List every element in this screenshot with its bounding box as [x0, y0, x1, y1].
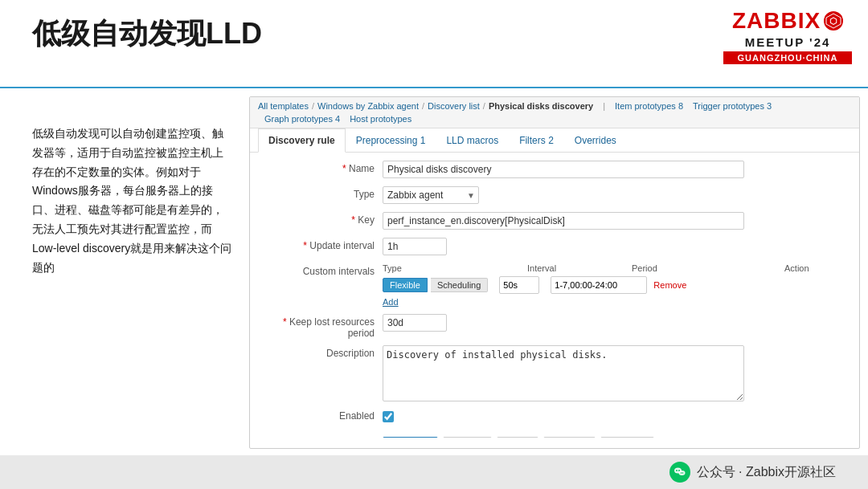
svg-point-7 — [682, 472, 683, 474]
zabbix-text: ZABBIX — [732, 8, 821, 34]
tab-filters[interactable]: Filters 2 — [509, 128, 564, 153]
breadcrumb-windows-agent[interactable]: Windows by Zabbix agent — [317, 101, 419, 111]
form-row-key: * Key — [262, 212, 847, 231]
description-label: Description — [262, 345, 383, 359]
tab-nav: Discovery rule Preprocessing 1 LLD macro… — [250, 128, 859, 153]
form-row-type: Type Zabbix agent ▼ — [262, 186, 847, 206]
action-buttons: Update Clone Test Delete Cancel — [383, 437, 847, 438]
form-row-keep-lost: * Keep lost resources period — [262, 314, 847, 339]
enabled-label: Enabled — [262, 408, 383, 422]
ci-action-header: Action — [784, 263, 825, 273]
title-divider — [0, 87, 868, 88]
breadcrumb-graph-prototypes[interactable]: Graph prototypes 4 — [264, 114, 340, 124]
logo-area: ZABBIX ⬡ MEETUP '24 GUANGZHOU·CHINA — [723, 8, 852, 64]
breadcrumb-host-prototypes[interactable]: Host prototypes — [350, 114, 411, 124]
slide: 低级自动发现LLD ZABBIX ⬡ MEETUP '24 GUANGZHOU·… — [0, 0, 868, 489]
type-select-wrap: Zabbix agent ▼ — [383, 186, 479, 204]
ci-add-link[interactable]: Add — [383, 297, 399, 307]
tab-discovery-rule[interactable]: Discovery rule — [258, 128, 346, 153]
form-area: * Name Type Zabbix agent ▼ * Key — [250, 153, 859, 438]
breadcrumb-item-prototypes[interactable]: Item prototypes 8 — [615, 101, 683, 111]
keep-lost-label: * Keep lost resources period — [262, 314, 383, 339]
form-row-name: * Name — [262, 161, 847, 180]
description-textarea[interactable]: Discovery of installed physical disks. — [383, 345, 744, 401]
form-row-custom-intervals: Custom intervals Type Interval Period Ac… — [262, 263, 847, 308]
keep-lost-input[interactable] — [383, 314, 447, 332]
svg-point-6 — [680, 472, 682, 474]
zabbix-logo: ZABBIX ⬡ — [723, 8, 852, 34]
ci-interval-input[interactable] — [499, 276, 539, 294]
ci-row-1: Flexible Scheduling Remove — [383, 276, 847, 294]
watermark-text: 公众号 · Zabbix开源社区 — [697, 464, 836, 481]
update-interval-input[interactable] — [383, 238, 447, 255]
svg-point-5 — [678, 471, 685, 475]
delete-button[interactable]: Delete — [543, 437, 596, 438]
breadcrumb-physical-disks: Physical disks discovery — [489, 101, 593, 111]
name-label: * Name — [262, 161, 383, 174]
ci-headers: Type Interval Period Action — [383, 263, 847, 273]
breadcrumb: All templates / Windows by Zabbix agent … — [250, 97, 859, 128]
tab-overrides[interactable]: Overrides — [564, 128, 627, 153]
ci-type-header: Type — [383, 263, 471, 273]
key-input[interactable] — [383, 212, 744, 230]
wechat-icon — [669, 462, 690, 483]
cancel-button[interactable]: Cancel — [600, 437, 654, 438]
custom-intervals-label: Custom intervals — [262, 263, 383, 277]
btn-flexible[interactable]: Flexible — [383, 278, 428, 292]
ci-period-header: Period — [632, 263, 728, 273]
form-row-update-interval: * Update interval — [262, 238, 847, 257]
slide-title: 低级自动发现LLD — [32, 14, 262, 54]
meetup-text: MEETUP '24 — [723, 35, 852, 49]
breadcrumb-trigger-prototypes[interactable]: Trigger prototypes 3 — [693, 101, 772, 111]
location-bar: GUANGZHOU·CHINA — [723, 51, 852, 64]
btn-scheduling[interactable]: Scheduling — [431, 278, 488, 292]
svg-text:⬡: ⬡ — [829, 16, 837, 26]
svg-point-4 — [678, 470, 680, 471]
tab-preprocessing[interactable]: Preprocessing 1 — [346, 128, 436, 153]
ui-panel: All templates / Windows by Zabbix agent … — [249, 96, 860, 449]
ci-period-input[interactable] — [551, 276, 647, 294]
update-interval-label: * Update interval — [262, 238, 383, 251]
name-input[interactable] — [383, 161, 744, 178]
update-button[interactable]: Update — [383, 437, 438, 438]
custom-intervals-container: Type Interval Period Action Flexible Sch… — [383, 263, 847, 308]
type-label: Type — [262, 186, 383, 200]
description-text: 低级自动发现可以自动创建监控项、触发器等，适用于自动监控被监控主机上存在的不定数… — [32, 124, 233, 277]
type-select[interactable]: Zabbix agent — [383, 186, 479, 204]
ci-remove-link[interactable]: Remove — [653, 280, 686, 290]
zabbix-icon: ⬡ — [824, 11, 843, 31]
breadcrumb-discovery-list[interactable]: Discovery list — [428, 101, 480, 111]
bottom-bar: 公众号 · Zabbix开源社区 — [0, 455, 868, 489]
ci-interval-header: Interval — [527, 263, 575, 273]
key-label: * Key — [262, 212, 383, 226]
enabled-checkbox[interactable] — [383, 411, 394, 422]
clone-button[interactable]: Clone — [443, 437, 492, 438]
svg-point-3 — [676, 470, 678, 471]
form-row-description: Description Discovery of installed physi… — [262, 345, 847, 401]
breadcrumb-all-templates[interactable]: All templates — [258, 101, 309, 111]
test-button[interactable]: Test — [497, 437, 538, 438]
form-row-enabled: Enabled — [262, 408, 847, 427]
tab-lld-macros[interactable]: LLD macros — [436, 128, 509, 153]
